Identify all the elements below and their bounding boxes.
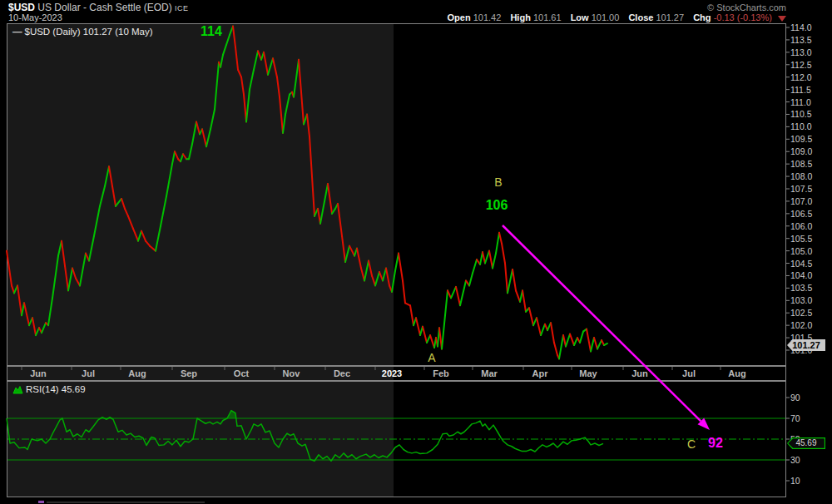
price-axis-tick-label: 110.0 xyxy=(790,121,812,131)
date-axis-label: Dec xyxy=(334,368,350,378)
copyright-link[interactable]: © StockCharts.com xyxy=(707,2,786,12)
chg-value: -0.13 (-0.13%) xyxy=(714,12,772,22)
last-price-badge: 101.27 xyxy=(787,339,825,351)
price-axis-tick-label: 105.0 xyxy=(790,246,812,256)
date-axis-label: May xyxy=(579,368,597,378)
price-legend-text: $USD (Daily) 101.27 (10 May) xyxy=(25,27,153,37)
date-axis-label: Jun xyxy=(30,368,47,378)
high-value: 101.61 xyxy=(533,12,562,22)
price-axis-tick-label: 113.0 xyxy=(790,47,812,57)
price-axis-tick-label: 114.0 xyxy=(790,22,812,32)
high-label: High xyxy=(510,12,530,22)
date-axis-label: Jun xyxy=(631,368,648,378)
legend-line-swatch: — xyxy=(12,27,22,37)
price-axis-tick-label: 109.0 xyxy=(790,146,812,156)
annotation-92: 92 xyxy=(708,436,723,451)
rsi-area-icon xyxy=(12,385,23,394)
price-axis-tick-label: 107.5 xyxy=(790,184,812,194)
price-axis-tick-label: 105.5 xyxy=(790,234,812,244)
annotation-114: 114 xyxy=(201,24,222,39)
date-axis-label: Apr xyxy=(532,368,548,378)
change-down-arrow-icon xyxy=(778,16,786,22)
date-axis-label: Nov xyxy=(283,368,300,378)
price-axis-tick-label: 111.5 xyxy=(790,85,811,95)
cutoff-legend-sliver xyxy=(47,502,205,503)
rsi-axis-tick-label: 90 xyxy=(790,393,800,403)
low-value: 101.00 xyxy=(592,12,620,22)
price-axis-tick-label: 103.0 xyxy=(790,295,812,305)
symbol: $USD xyxy=(8,2,35,13)
price-chart-panel: —$USD (Daily) 101.27 (10 May) xyxy=(7,23,786,366)
date-axis-label: Mar xyxy=(481,368,498,378)
price-axis-tick-label: 102.0 xyxy=(790,320,812,330)
year-2022-shading xyxy=(7,382,394,497)
chg-label: Chg xyxy=(693,12,711,22)
price-axis-tick-label: 113.5 xyxy=(790,35,812,45)
price-axis-tick-label: 103.5 xyxy=(790,283,812,293)
ohlc-quote-row: Open 101.42 High 101.61 Low 101.00 Close… xyxy=(441,12,787,22)
price-axis-tick-label: 102.5 xyxy=(790,308,812,318)
date-axis-label: Oct xyxy=(234,368,249,378)
price-axis-tick-label: 110.5 xyxy=(790,109,812,119)
price-axis-tick-label: 111.0 xyxy=(790,97,811,107)
price-axis-tick-label: 112.5 xyxy=(790,60,812,70)
stockcharts-chart: $USD US Dollar - Cash Settle (EOD) ICE ©… xyxy=(0,0,832,504)
rsi-axis-tick-label: 10 xyxy=(790,476,800,486)
price-axis-tick-label: 104.0 xyxy=(790,270,812,280)
open-value: 101.42 xyxy=(473,12,502,22)
price-legend: —$USD (Daily) 101.27 (10 May) xyxy=(12,27,153,37)
annotation-a: A xyxy=(428,351,435,364)
year-2022-shading xyxy=(7,24,394,365)
low-label: Low xyxy=(571,12,589,22)
date-axis-label: Feb xyxy=(433,368,449,378)
open-label: Open xyxy=(448,12,471,22)
annotation-106: 106 xyxy=(486,198,508,213)
price-axis-tick-label: 104.5 xyxy=(790,259,812,269)
date-axis-label: Aug xyxy=(728,368,745,378)
date-axis-label: Aug xyxy=(128,368,146,378)
close-value: 101.27 xyxy=(656,12,684,22)
cutoff-legend-sliver xyxy=(38,501,44,503)
price-axis-tick-label: 109.5 xyxy=(790,134,812,144)
annotation-b: B xyxy=(494,175,502,189)
date-axis-label: Jul xyxy=(682,368,696,378)
price-axis-tick-label: 106.5 xyxy=(790,209,812,219)
price-axis-tick-label: 106.0 xyxy=(790,221,812,231)
rsi-legend-text: RSI(14) 45.69 xyxy=(26,384,86,394)
close-label: Close xyxy=(628,12,653,22)
price-axis-tick-label: 108.5 xyxy=(790,159,812,169)
date-axis-label: Sep xyxy=(181,368,197,378)
chart-title: $USD US Dollar - Cash Settle (EOD) ICE xyxy=(8,2,189,13)
annotation-c: C xyxy=(687,437,696,451)
chart-date: 10-May-2023 xyxy=(8,12,62,22)
rsi-value-badge-text: 45.69 xyxy=(788,438,825,448)
rsi-panel: RSI(14) 45.69 xyxy=(7,381,786,497)
exchange-label: ICE xyxy=(175,4,189,12)
price-axis-tick-label: 112.0 xyxy=(790,72,812,82)
date-axis-label: Jul xyxy=(82,368,95,378)
instrument-name: US Dollar - Cash Settle (EOD) xyxy=(37,2,171,13)
price-axis-tick-label: 107.0 xyxy=(790,196,812,206)
rsi-axis-tick-label: 70 xyxy=(790,413,800,423)
rsi-axis-tick-label: 30 xyxy=(790,455,800,465)
price-axis-tick-label: 108.0 xyxy=(790,171,812,181)
rsi-legend: RSI(14) 45.69 xyxy=(12,384,86,394)
date-axis-label: 2023 xyxy=(382,368,402,378)
